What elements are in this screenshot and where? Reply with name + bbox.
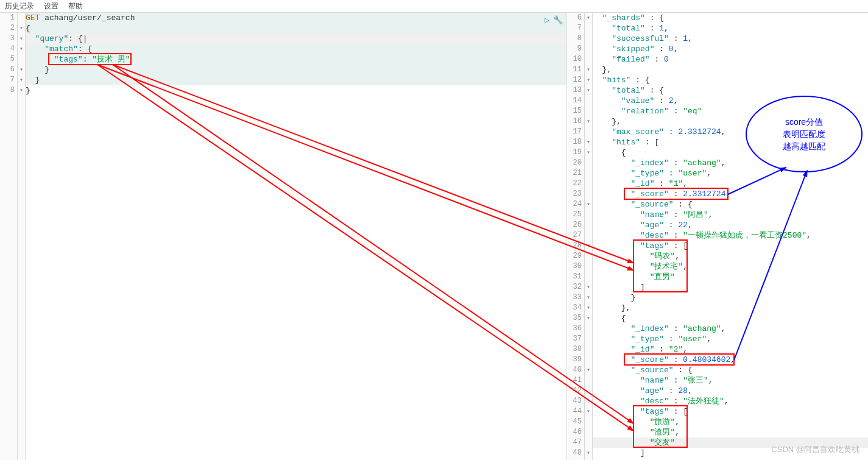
- response-line-38[interactable]: "_id" : "2",: [593, 344, 868, 355]
- response-line-44[interactable]: "tags" : [: [593, 406, 868, 417]
- request-line-6[interactable]: }: [26, 65, 566, 75]
- run-query-icon[interactable]: ▷: [545, 15, 549, 25]
- menu-settings[interactable]: 设置: [44, 1, 58, 12]
- request-line-1[interactable]: GET achang/user/_search: [26, 13, 566, 23]
- response-line-33[interactable]: }: [593, 292, 868, 303]
- response-line-47[interactable]: "交友": [593, 437, 868, 448]
- request-line-8[interactable]: }: [26, 85, 566, 96]
- response-line-11[interactable]: },: [593, 65, 868, 75]
- response-line-45[interactable]: "旅游",: [593, 417, 868, 427]
- response-line-18[interactable]: "hits" : [: [593, 137, 868, 147]
- response-line-22[interactable]: "_id" : "1",: [593, 179, 868, 189]
- response-line-43[interactable]: "desc" : "法外狂徒",: [593, 396, 868, 406]
- response-line-27[interactable]: "desc" : "一顿操作猛如虎，一看工资2500",: [593, 230, 868, 241]
- request-line-7[interactable]: }: [26, 75, 566, 85]
- response-line-15[interactable]: "relation" : "eq": [593, 106, 868, 116]
- response-line-13[interactable]: "total" : {: [593, 85, 868, 96]
- response-line-17[interactable]: "max_score" : 2.3312724,: [593, 127, 868, 137]
- response-line-6[interactable]: "_shards" : {: [593, 13, 868, 23]
- response-line-30[interactable]: "技术宅",: [593, 261, 868, 272]
- response-line-8[interactable]: "successful" : 1,: [593, 34, 868, 44]
- response-line-25[interactable]: "name" : "阿昌",: [593, 210, 868, 220]
- response-line-34[interactable]: },: [593, 303, 868, 313]
- response-line-37[interactable]: "_type" : "user",: [593, 334, 868, 344]
- response-line-20[interactable]: "_index" : "achang",: [593, 158, 868, 168]
- response-line-40[interactable]: "_source" : {: [593, 365, 868, 375]
- menu-help[interactable]: 帮助: [68, 1, 83, 12]
- response-line-39[interactable]: "_score" : 0.48034602,: [593, 355, 868, 365]
- response-line-16[interactable]: },: [593, 116, 868, 127]
- response-line-31[interactable]: "直男": [593, 272, 868, 282]
- response-line-14[interactable]: "value" : 2,: [593, 96, 868, 106]
- response-line-46[interactable]: "渣男",: [593, 427, 868, 437]
- menu-history[interactable]: 历史记录: [5, 1, 34, 12]
- wrench-icon[interactable]: 🔧: [553, 15, 563, 25]
- response-line-7[interactable]: "total" : 1,: [593, 23, 868, 34]
- response-line-24[interactable]: "_source" : {: [593, 199, 868, 210]
- response-line-32[interactable]: ]: [593, 282, 868, 292]
- response-line-9[interactable]: "skipped" : 0,: [593, 44, 868, 54]
- response-line-48[interactable]: ]: [593, 448, 868, 458]
- request-editor[interactable]: 12345678 ▷ 🔧 GET achang/user/_search{ "q…: [0, 12, 567, 460]
- request-line-4[interactable]: "match": {: [26, 44, 566, 54]
- run-toolbar: ▷ 🔧: [545, 15, 563, 25]
- response-line-26[interactable]: "age" : 22,: [593, 220, 868, 230]
- response-line-19[interactable]: {: [593, 147, 868, 158]
- response-line-41[interactable]: "name" : "张三",: [593, 375, 868, 386]
- response-line-36[interactable]: "_index" : "achang",: [593, 324, 868, 334]
- response-line-42[interactable]: "age" : 28,: [593, 386, 868, 396]
- response-line-12[interactable]: "hits" : {: [593, 75, 868, 85]
- response-line-23[interactable]: "_score" : 2.3312724,: [593, 189, 868, 199]
- response-line-10[interactable]: "failed" : 0: [593, 54, 868, 65]
- request-line-3[interactable]: "query": {|: [26, 34, 566, 44]
- request-line-5[interactable]: "tags": "技术 男": [26, 54, 566, 65]
- request-line-2[interactable]: {: [26, 23, 566, 34]
- response-line-28[interactable]: "tags" : [: [593, 241, 868, 251]
- response-viewer[interactable]: 6789101112131415161718192021222324252627…: [567, 12, 868, 460]
- response-line-29[interactable]: "码农",: [593, 251, 868, 261]
- response-line-35[interactable]: {: [593, 313, 868, 324]
- response-line-21[interactable]: "_type" : "user",: [593, 168, 868, 179]
- top-menu: 历史记录 设置 帮助: [0, 0, 868, 12]
